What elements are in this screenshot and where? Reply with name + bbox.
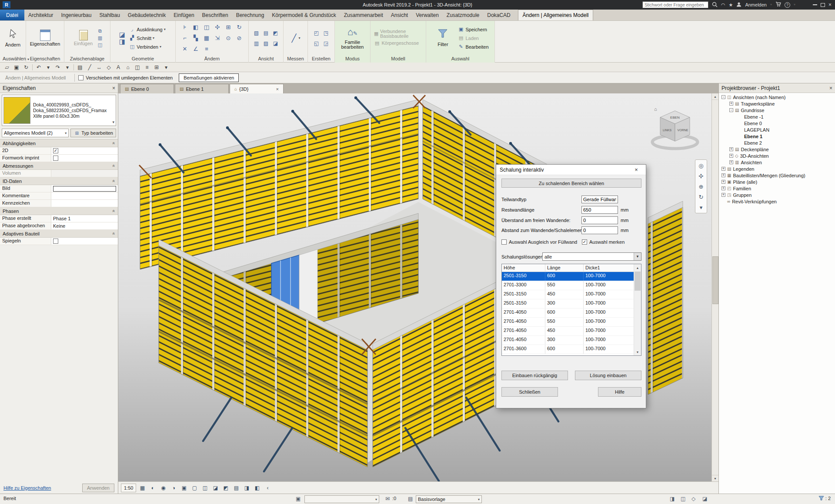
lock-3d-view-icon[interactable]: ◫	[200, 484, 209, 492]
table-row[interactable]: 2501-3150300100-7000	[502, 299, 641, 308]
table-row[interactable]: 2501-3150600100-7000	[502, 272, 641, 281]
close-tab-icon[interactable]: ×	[276, 86, 279, 92]
column-dicke1[interactable]: Dicke1	[584, 264, 634, 272]
create-parts-icon[interactable]: ◲	[321, 38, 331, 49]
tab-stahlbau[interactable]: Stahlbau	[95, 10, 124, 20]
solutions-table[interactable]: Höhe Länge Dicke1 2501-3150600100-7000 2…	[501, 264, 641, 356]
ueberstand-field[interactable]	[581, 216, 618, 224]
press-drag-icon[interactable]: ◇	[691, 496, 695, 502]
table-scrollbar[interactable]: ▲ ▼	[634, 264, 641, 355]
text-icon[interactable]: A	[114, 63, 123, 71]
show-hidden-icon[interactable]: ▨	[261, 38, 271, 49]
orbit-icon[interactable]: ↻	[697, 192, 705, 201]
detail-level-icon[interactable]: ▦	[138, 484, 147, 492]
help-dropdown-icon[interactable]: ▾	[794, 2, 795, 7]
cut-icon[interactable]: ▥	[97, 35, 104, 41]
pin-icon[interactable]: ⊙	[223, 33, 234, 43]
expand-expander-icon[interactable]: +	[729, 160, 733, 164]
scale-icon[interactable]: ⇲	[212, 33, 223, 43]
property-row[interactable]: Bild	[0, 185, 118, 192]
selection-filter[interactable]: :2	[818, 496, 831, 501]
group-id-daten[interactable]: ID-Daten«	[0, 177, 118, 185]
formwork-stack-right[interactable]	[648, 201, 683, 395]
property-row[interactable]: Kommentare	[0, 192, 118, 200]
pan-icon[interactable]: ✣	[697, 172, 705, 180]
view-tab-3d[interactable]: ⌂{3D}×	[230, 84, 284, 93]
tree-node-deckenplaene[interactable]: +▤Deckenpläne	[719, 146, 835, 153]
select-underlay-icon[interactable]: ◪	[702, 496, 707, 502]
expand-expander-icon[interactable]: +	[729, 147, 733, 151]
tree-node-ebene2[interactable]: Ebene 2	[719, 139, 835, 146]
pick-area-button[interactable]: Zu schalenden Bereich wählen	[501, 179, 641, 188]
edit-family-button[interactable]: ⌂✎ Familie bearbeiten	[341, 26, 365, 50]
analytical-model-icon[interactable]: ◧	[253, 484, 261, 492]
tab-einfuegen[interactable]: Einfügen	[170, 10, 198, 20]
tree-node-familien[interactable]: +◰Familien	[719, 185, 835, 192]
collapse-icon[interactable]: «	[112, 232, 117, 235]
phase-erstellt-value[interactable]: Phase 1	[51, 215, 118, 222]
reveal-hidden-icon[interactable]: ◩	[221, 484, 230, 492]
move-icon[interactable]: ✣	[212, 22, 223, 33]
collapse-icon[interactable]: «	[112, 180, 117, 182]
steering-wheel-icon[interactable]: ◎	[697, 161, 705, 170]
match-type-icon[interactable]: ◫	[97, 42, 104, 48]
move-with-nearby-checkbox[interactable]: ✓	[78, 75, 84, 80]
panel-label-modell[interactable]: Modell	[371, 55, 426, 63]
property-row[interactable]: Spiegeln✓	[0, 238, 118, 245]
table-row[interactable]: 2701-4050450100-7000	[502, 327, 641, 336]
property-row[interactable]: Formwork imprint✓	[0, 155, 118, 162]
trim-icon[interactable]: ⌐	[180, 33, 190, 43]
split-icon[interactable]: ▚	[190, 33, 201, 43]
type-selector[interactable]: Doka_400029993_csDFDS_ Doka_588223500_cs…	[2, 95, 116, 126]
edit-type-button[interactable]: ⊞ Typ bearbeiten	[70, 129, 116, 137]
tag-icon[interactable]: ◇	[104, 63, 113, 71]
tree-node-grundrisse[interactable]: -▤Grundrisse	[719, 107, 835, 113]
panel-label-erstellen[interactable]: Erstellen	[308, 55, 334, 63]
tab-datei[interactable]: Datei	[0, 10, 24, 20]
join-geometry-button[interactable]: ◫Verbinden▾	[127, 43, 163, 51]
ausgleich-checkbox-row[interactable]: ✓ Auswahl Ausgleich vor Füllwand	[501, 239, 577, 245]
edit-linked-icon[interactable]: ◫	[681, 496, 685, 502]
search-input[interactable]	[642, 1, 708, 8]
expand-expander-icon[interactable]: +	[729, 102, 733, 106]
group-abhaengigkeiten[interactable]: Abhängigkeiten«	[0, 139, 118, 147]
tab-verwalten[interactable]: Verwalten	[412, 10, 443, 20]
crop-view-icon[interactable]: ▣	[180, 484, 188, 492]
tree-node-ansichten[interactable]: +▥Ansichten	[719, 159, 835, 166]
tab-zusammenarbeit[interactable]: Zusammenarbeit	[340, 10, 387, 20]
undo-dropdown-icon[interactable]: ▾	[44, 63, 53, 71]
linework-icon[interactable]: ◩	[271, 28, 281, 38]
2d-checkbox[interactable]: ✓	[53, 148, 58, 153]
property-row[interactable]: Phase erstelltPhase 1	[0, 215, 118, 222]
expand-expander-icon[interactable]: +	[721, 167, 725, 171]
expand-expander-icon[interactable]: +	[729, 154, 733, 158]
tab-dokacad[interactable]: DokaCAD	[483, 10, 514, 20]
tab-berechnung[interactable]: Berechnung	[232, 10, 268, 20]
property-row[interactable]: Kennzeichen	[0, 200, 118, 207]
tree-node-ebene1[interactable]: Ebene 1	[719, 133, 835, 139]
panel-label-geometrie[interactable]: Geometrie	[110, 55, 175, 63]
search-binoculars-icon[interactable]	[712, 2, 718, 8]
abstand-field[interactable]	[581, 226, 618, 234]
signin-label[interactable]: Anmelden	[745, 2, 767, 7]
offset-icon[interactable]: ◧	[190, 22, 201, 33]
tab-architektur[interactable]: Architektur	[24, 10, 57, 20]
collapse-expander-icon[interactable]: -	[721, 95, 725, 99]
table-row[interactable]: 2701-4050550100-7000	[502, 318, 641, 327]
exclude-options-icon[interactable]: ◨	[670, 496, 675, 502]
tree-node-bauteillisten[interactable]: +▦Bauteillisten/Mengen (Gliederung)	[719, 172, 835, 179]
signin-person-icon[interactable]	[736, 2, 741, 8]
column-hoehe[interactable]: Höhe	[502, 264, 545, 272]
design-options-select[interactable]: Basisvorlage▾	[416, 495, 482, 503]
mirror-icon[interactable]: ◫	[201, 22, 212, 33]
measure-qat-icon[interactable]: ╱	[85, 63, 94, 71]
tree-node-gruppen[interactable]: +◳Gruppen	[719, 192, 835, 198]
workset-select[interactable]: ▾	[304, 495, 379, 503]
crop-region-icon[interactable]: ▢	[190, 484, 199, 492]
collapse-expander-icon[interactable]: -	[729, 108, 733, 112]
redo-icon[interactable]: ↷	[53, 63, 62, 71]
expand-expander-icon[interactable]: +	[721, 186, 725, 190]
undo-install-button[interactable]: Einbauen rückgängig	[501, 371, 568, 380]
help-button[interactable]: Hilfe	[598, 387, 641, 397]
kennzeichen-value[interactable]	[51, 200, 118, 207]
